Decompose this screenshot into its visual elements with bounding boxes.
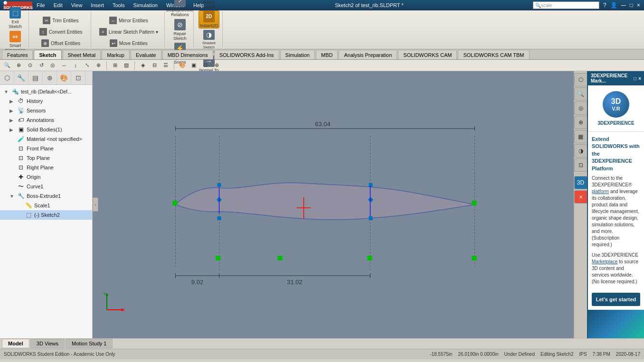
tab-markup[interactable]: Markup	[102, 50, 130, 59]
menu-edit[interactable]: Edit	[52, 2, 64, 8]
mirror-entities-button[interactable]: ↔ Mirror Entities	[106, 15, 152, 26]
view-btn-4[interactable]: ↺	[36, 61, 47, 70]
view-btn-15[interactable]: 🎨	[177, 61, 188, 70]
display-delete-relations-button[interactable]: ⤢ Display/Delete Relations	[170, 0, 190, 18]
expand-icon-annotations[interactable]: ▶	[9, 118, 15, 123]
tree-item-sensors[interactable]: ▶ 📡 Sensors	[0, 106, 92, 115]
view-btn-9[interactable]: ⊕	[93, 61, 104, 70]
exit-sketch-button[interactable]: ⬚ Exit Sketch	[5, 7, 26, 29]
tab-sheet-metal[interactable]: Sheet Metal	[63, 50, 101, 59]
menu-insert[interactable]: Insert	[89, 2, 105, 8]
linear-sketch-pattern-button[interactable]: ≡ Linear Sketch Pattern ▾	[96, 27, 161, 37]
tree-item-annotations[interactable]: ▶ 🏷 Annotations	[0, 115, 92, 125]
rapid-sketch-button[interactable]: Rapid Rapid Sketch	[199, 0, 219, 9]
tab-sw-cam[interactable]: SOLIDWORKS CAM	[398, 50, 457, 59]
menu-file[interactable]: File	[35, 2, 47, 8]
tree-item-history[interactable]: ▶ ⏱ History	[0, 96, 92, 106]
view-btn-17[interactable]: ⊡	[200, 61, 210, 70]
search-box[interactable]: 🔍 scale	[533, 1, 599, 9]
tab-sketch[interactable]: Sketch	[34, 50, 61, 59]
rp-btn-8[interactable]: 3D	[574, 176, 587, 189]
view-btn-11[interactable]: ▧	[121, 61, 132, 70]
minimize-btn[interactable]: ─	[621, 1, 626, 9]
sidebar-tab-2[interactable]: 🔧	[14, 71, 28, 84]
tree-item-boss-extrude[interactable]: ▼ 🔧 Boss-Extrude1	[0, 191, 92, 201]
maximize-btn[interactable]: □	[630, 2, 633, 9]
tab-sw-addins[interactable]: SOLIDWORKS Add-Ins	[214, 50, 279, 59]
tree-item-origin[interactable]: ▶ ✚ Origin	[0, 172, 92, 182]
sidebar-tab-4[interactable]: ⊕	[43, 71, 57, 84]
view-btn-13[interactable]: ⊟	[149, 61, 160, 70]
canvas-area[interactable]: › 63.04 9.02 31.02	[93, 71, 574, 338]
tab-analysis-prep[interactable]: Analysis Preparation	[339, 50, 397, 59]
sidebar-tab-1[interactable]: ⬡	[0, 71, 14, 84]
close-btn[interactable]: ×	[637, 2, 640, 9]
move-entities-button[interactable]: ↩ Move Entities	[106, 38, 151, 48]
tree-item-sketch2[interactable]: ▶ ⬚ (-) Sketch2	[0, 210, 92, 220]
expand-icon-history[interactable]: ▶	[9, 99, 15, 104]
view-btn-16[interactable]: ▣	[189, 61, 199, 70]
tree-item-solid-bodies[interactable]: ▶ ▣ Solid Bodies(1)	[0, 125, 92, 134]
tree-item-top-plane[interactable]: ▶ ⊡ Top Plane	[0, 153, 92, 163]
rp-btn-2[interactable]: 🔍	[574, 87, 587, 101]
menu-simulation[interactable]: Simulation	[132, 2, 159, 8]
rp-btn-7[interactable]: ⊡	[574, 158, 587, 172]
exp-panel-close[interactable]: ×	[638, 76, 641, 81]
convert-entities-button[interactable]: ↕ Convert Entities	[36, 27, 86, 37]
expand-icon[interactable]: ▼	[4, 89, 9, 94]
expand-icon-boss[interactable]: ▼	[9, 194, 15, 199]
rp-btn-5[interactable]: ▦	[574, 130, 587, 143]
view-btn-1[interactable]: 🔍	[2, 61, 12, 70]
tab-evaluate[interactable]: Evaluate	[131, 50, 161, 59]
expand-icon-solid[interactable]: ▶	[9, 127, 15, 132]
menu-tools[interactable]: Tools	[111, 2, 126, 8]
rp-btn-4[interactable]: ⊕	[574, 116, 587, 129]
sketch-canvas[interactable]: 63.04 9.02 31.02	[137, 110, 493, 299]
tree-item-material[interactable]: ▶ 🧪 Material <not specified>	[0, 134, 92, 144]
menu-view[interactable]: View	[70, 2, 84, 8]
repair-sketch-button[interactable]: ⊘ Repair Sketch	[170, 19, 190, 41]
instant2d-button[interactable]: 2D Instant2D	[199, 10, 219, 28]
resize-handle[interactable]: ›	[93, 197, 98, 212]
tree-item-front-plane[interactable]: ▶ ⊡ Front Plane	[0, 144, 92, 153]
expand-icon-sensors[interactable]: ▶	[9, 108, 15, 113]
view-btn-7[interactable]: ↕	[70, 61, 81, 70]
tab-features[interactable]: Features	[2, 50, 33, 59]
exp-get-started-button[interactable]: Let's get started	[592, 293, 640, 306]
tab-motion-study[interactable]: Motion Study 1	[66, 339, 113, 348]
tree-item-scale1[interactable]: ▶ 📏 Scale1	[0, 201, 92, 210]
rp-btn-6[interactable]: ◑	[574, 144, 587, 158]
3dexperience-panel: 3DEXPERIENCE Mark... □ × 3D V.R 3DEXPERI…	[587, 71, 644, 338]
tree-item-root[interactable]: ▼ 🔩 test_rib (Default<<Def...	[0, 87, 92, 96]
sidebar-tab-3[interactable]: ▤	[28, 71, 43, 84]
view-btn-5[interactable]: ◎	[47, 61, 58, 70]
view-btn-10[interactable]: ⊞	[110, 61, 120, 70]
help-btn[interactable]: ?	[603, 2, 606, 9]
tab-3d-views[interactable]: 3D Views	[30, 339, 65, 348]
exp-marketplace-link[interactable]: Marketplace	[592, 259, 617, 264]
exp-panel-detach[interactable]: □	[634, 76, 636, 81]
view-btn-2[interactable]: ⊕	[13, 61, 24, 70]
sidebar-tab-6[interactable]: ⊡	[71, 71, 85, 84]
rp-btn-3[interactable]: ◎	[574, 102, 587, 115]
view-btn-3[interactable]: ⊙	[25, 61, 35, 70]
view-btn-12[interactable]: ◈	[138, 61, 148, 70]
tree-item-curve1[interactable]: ▶ 〜 Curve1	[0, 182, 92, 191]
view-btn-6[interactable]: ↔	[59, 61, 69, 70]
view-btn-18[interactable]: ⊕	[211, 61, 222, 70]
rp-btn-9[interactable]: ✕	[574, 190, 587, 204]
offset-entities-button[interactable]: ⊕ Offset Entities	[38, 38, 84, 48]
tab-mbd[interactable]: MBD	[316, 50, 338, 59]
exp-platform-link[interactable]: platform	[592, 189, 609, 194]
sidebar-tab-5[interactable]: 🎨	[57, 71, 71, 84]
tab-mbd-dimensions[interactable]: MBD Dimensions	[162, 50, 213, 59]
tree-item-right-plane[interactable]: ▶ ⊡ Right Plane	[0, 163, 92, 172]
view-btn-8[interactable]: ⤡	[82, 61, 92, 70]
tab-simulation[interactable]: Simulation	[280, 50, 315, 59]
tab-model[interactable]: Model	[2, 339, 29, 348]
view-btn-14[interactable]: ☰	[161, 61, 171, 70]
tab-sw-cam-tbm[interactable]: SOLIDWORKS CAM TBM	[458, 50, 529, 59]
trim-entities-button[interactable]: ✂ Trim Entities	[39, 15, 82, 26]
rp-btn-1[interactable]: ⬡	[574, 73, 587, 86]
user-icon[interactable]: 👤	[610, 2, 617, 9]
